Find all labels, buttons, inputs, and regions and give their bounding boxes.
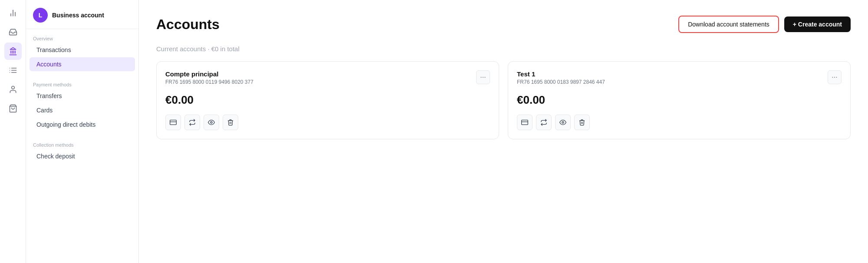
avatar: L	[33, 8, 48, 23]
account-transfer-icon-1[interactable]	[536, 115, 552, 130]
card-top-1: Test 1 FR76 1695 8000 0183 9897 2846 447…	[517, 70, 842, 85]
account-iban-1: FR76 1695 8000 0183 9897 2846 447	[517, 79, 605, 85]
account-eye-icon-1[interactable]	[555, 115, 571, 130]
account-card-icon-1[interactable]	[517, 115, 533, 130]
svg-point-15	[11, 86, 14, 89]
sidebar-item-accounts[interactable]: Accounts	[30, 57, 135, 71]
account-info-0: Compte principal FR76 1695 8000 0119 949…	[165, 70, 253, 85]
account-balance-0: €0.00	[165, 93, 490, 107]
payment-methods-section: Payment methods Transfers Cards Outgoing…	[26, 75, 138, 135]
account-card-test-1: Test 1 FR76 1695 8000 0183 9897 2846 447…	[508, 61, 851, 139]
sidebar-item-outgoing-direct-debits[interactable]: Outgoing direct debits	[30, 118, 135, 132]
accounts-grid: Compte principal FR76 1695 8000 0119 949…	[156, 61, 851, 139]
account-info-1: Test 1 FR76 1695 8000 0183 9897 2846 447	[517, 70, 605, 85]
card-actions-0	[165, 115, 490, 130]
payment-methods-label: Payment methods	[26, 79, 138, 89]
account-more-button-0[interactable]: ···	[476, 70, 490, 84]
sidebar-item-transactions[interactable]: Transactions	[30, 43, 135, 57]
create-account-button[interactable]: + Create account	[784, 16, 851, 32]
card-top-0: Compte principal FR76 1695 8000 0119 949…	[165, 70, 490, 85]
account-transfer-icon-0[interactable]	[184, 115, 200, 130]
overview-section: Overview Transactions Accounts	[26, 29, 138, 75]
bar-chart-icon[interactable]	[4, 4, 22, 22]
main-content: Accounts Download account statements + C…	[139, 0, 868, 263]
inbox-icon[interactable]	[4, 23, 22, 41]
bag-icon[interactable]	[4, 100, 22, 117]
collection-methods-section: Collection methods Check deposit	[26, 135, 138, 167]
account-trash-icon-1[interactable]	[574, 115, 590, 130]
overview-label: Overview	[26, 33, 138, 43]
svg-rect-17	[170, 120, 177, 125]
current-accounts-heading: Current accounts · €0 in total	[156, 45, 851, 53]
bank-icon[interactable]	[4, 43, 22, 60]
account-eye-icon-0[interactable]	[204, 115, 219, 130]
top-actions: Download account statements + Create acc…	[678, 16, 851, 33]
account-more-button-1[interactable]: ···	[828, 70, 842, 84]
sidebar-item-cards[interactable]: Cards	[30, 103, 135, 117]
brand-row: L Business account	[26, 0, 138, 29]
collection-methods-label: Collection methods	[26, 139, 138, 149]
svg-point-22	[562, 122, 564, 123]
brand-name: Business account	[52, 12, 104, 19]
card-actions-1	[517, 115, 842, 130]
sidebar-item-check-deposit[interactable]: Check deposit	[30, 149, 135, 163]
sidebar-item-transfers[interactable]: Transfers	[30, 89, 135, 103]
sidebar: L Business account Overview Transactions…	[26, 0, 138, 263]
svg-point-19	[210, 122, 212, 123]
account-balance-1: €0.00	[517, 93, 842, 107]
account-card-compte-principal: Compte principal FR76 1695 8000 0119 949…	[156, 61, 499, 139]
account-name-0: Compte principal	[165, 70, 253, 78]
svg-marker-8	[10, 48, 16, 49]
account-name-1: Test 1	[517, 70, 605, 78]
user-icon[interactable]	[4, 81, 22, 98]
download-statements-button[interactable]: Download account statements	[678, 16, 779, 33]
account-iban-0: FR76 1695 8000 0119 9496 8020 377	[165, 79, 253, 85]
svg-rect-20	[522, 120, 528, 125]
page-title: Accounts	[156, 16, 220, 33]
list-icon[interactable]	[4, 62, 22, 79]
top-bar: Accounts Download account statements + C…	[156, 16, 851, 33]
icon-column	[0, 0, 26, 263]
account-card-icon-0[interactable]	[165, 115, 181, 130]
account-trash-icon-0[interactable]	[223, 115, 238, 130]
